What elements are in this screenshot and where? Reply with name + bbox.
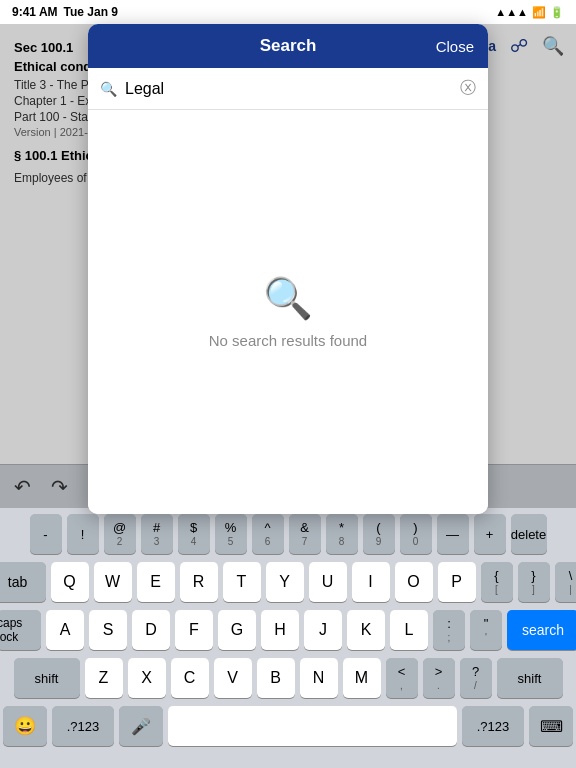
- key-keyboard[interactable]: ⌨: [529, 706, 573, 746]
- key-z[interactable]: Z: [85, 658, 123, 698]
- key-s[interactable]: S: [89, 610, 127, 650]
- key-g[interactable]: G: [218, 610, 256, 650]
- key-m[interactable]: M: [343, 658, 381, 698]
- search-key[interactable]: search: [507, 610, 576, 650]
- status-bar-left: 9:41 AM Tue Jan 9: [12, 5, 118, 19]
- key-comma[interactable]: <,: [386, 658, 418, 698]
- key-minus[interactable]: -: [30, 514, 62, 554]
- keyboard: - ! @2 #3 $4 %5 ^6 &7 *8 (9 )0 — + delet: [0, 508, 576, 768]
- key-amp[interactable]: &7: [289, 514, 321, 554]
- key-quote[interactable]: "': [470, 610, 502, 650]
- keyboard-row-5: 😀 .?123 🎤 .?123 ⌨: [3, 706, 573, 746]
- key-t[interactable]: T: [223, 562, 261, 602]
- status-bar: 9:41 AM Tue Jan 9 ▲▲▲ 📶 🔋: [0, 0, 576, 24]
- key-e[interactable]: E: [137, 562, 175, 602]
- keyboard-row-3: caps lock A S D F G H J K L :; "' search: [3, 610, 573, 650]
- key-o[interactable]: O: [395, 562, 433, 602]
- search-results-area: 🔍 No search results found: [88, 110, 488, 514]
- key-c[interactable]: C: [171, 658, 209, 698]
- keyboard-row-1: - ! @2 #3 $4 %5 ^6 &7 *8 (9 )0 — + delet: [3, 514, 573, 554]
- key-y[interactable]: Y: [266, 562, 304, 602]
- status-time: 9:41 AM: [12, 5, 58, 19]
- key-u[interactable]: U: [309, 562, 347, 602]
- search-input-row: 🔍 ⓧ: [88, 68, 488, 110]
- key-l[interactable]: L: [390, 610, 428, 650]
- key-r[interactable]: R: [180, 562, 218, 602]
- search-empty-text: No search results found: [209, 332, 367, 349]
- search-input[interactable]: [125, 80, 452, 98]
- key-emoji[interactable]: 😀: [3, 706, 47, 746]
- key-mic[interactable]: 🎤: [119, 706, 163, 746]
- key-k[interactable]: K: [347, 610, 385, 650]
- search-clear-button[interactable]: ⓧ: [460, 78, 476, 99]
- key-exclaim[interactable]: !: [67, 514, 99, 554]
- key-n[interactable]: N: [300, 658, 338, 698]
- search-input-icon: 🔍: [100, 81, 117, 97]
- key-shift-left[interactable]: shift: [14, 658, 80, 698]
- key-i[interactable]: I: [352, 562, 390, 602]
- key-backslash[interactable]: \|: [555, 562, 577, 602]
- status-bar-right: ▲▲▲ 📶 🔋: [495, 6, 564, 19]
- key-w[interactable]: W: [94, 562, 132, 602]
- key-slash[interactable]: ?/: [460, 658, 492, 698]
- key-lbrace[interactable]: {[: [481, 562, 513, 602]
- key-percent[interactable]: %5: [215, 514, 247, 554]
- key-num-2[interactable]: .?123: [462, 706, 524, 746]
- search-modal: Search Close 🔍 ⓧ 🔍 No search results fou…: [88, 24, 488, 514]
- search-close-button[interactable]: Close: [436, 38, 474, 55]
- key-b[interactable]: B: [257, 658, 295, 698]
- key-dash[interactable]: —: [437, 514, 469, 554]
- key-h[interactable]: H: [261, 610, 299, 650]
- search-empty-icon: 🔍: [263, 275, 313, 322]
- status-date: Tue Jan 9: [64, 5, 118, 19]
- battery-icon: 🔋: [550, 6, 564, 19]
- search-modal-header: Search Close: [88, 24, 488, 68]
- key-v[interactable]: V: [214, 658, 252, 698]
- key-delete[interactable]: delete: [511, 514, 547, 554]
- key-star[interactable]: *8: [326, 514, 358, 554]
- key-space[interactable]: [168, 706, 457, 746]
- key-semicolon[interactable]: :;: [433, 610, 465, 650]
- key-j[interactable]: J: [304, 610, 342, 650]
- search-modal-title: Search: [260, 36, 317, 56]
- key-p[interactable]: P: [438, 562, 476, 602]
- key-f[interactable]: F: [175, 610, 213, 650]
- key-rbrace[interactable]: }]: [518, 562, 550, 602]
- key-shift-right[interactable]: shift: [497, 658, 563, 698]
- key-q[interactable]: Q: [51, 562, 89, 602]
- key-caret[interactable]: ^6: [252, 514, 284, 554]
- key-d[interactable]: D: [132, 610, 170, 650]
- key-num-1[interactable]: .?123: [52, 706, 114, 746]
- key-x[interactable]: X: [128, 658, 166, 698]
- key-tab[interactable]: tab: [0, 562, 46, 602]
- keyboard-row-2: tab Q W E R T Y U I O P {[ }] \|: [3, 562, 573, 602]
- key-lparen[interactable]: (9: [363, 514, 395, 554]
- key-plus[interactable]: +: [474, 514, 506, 554]
- wifi-icon: 📶: [532, 6, 546, 19]
- key-at[interactable]: @2: [104, 514, 136, 554]
- key-hash[interactable]: #3: [141, 514, 173, 554]
- key-capslock[interactable]: caps lock: [0, 610, 41, 650]
- signal-icon: ▲▲▲: [495, 6, 528, 18]
- key-a[interactable]: A: [46, 610, 84, 650]
- key-rparen[interactable]: )0: [400, 514, 432, 554]
- key-dollar[interactable]: $4: [178, 514, 210, 554]
- key-period[interactable]: >.: [423, 658, 455, 698]
- keyboard-row-4: shift Z X C V B N M <, >. ?/ shift: [3, 658, 573, 698]
